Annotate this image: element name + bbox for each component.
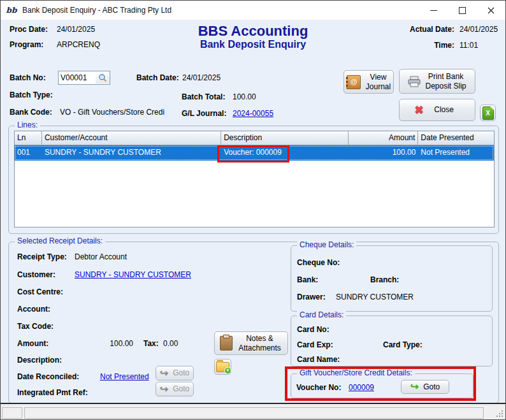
- bank-code-label: Bank Code:: [10, 108, 52, 117]
- receipt-type-label: Receipt Type:: [17, 252, 67, 261]
- cell-amount: 100.00: [349, 145, 419, 161]
- col-date-presented[interactable]: Date Presented: [418, 131, 494, 145]
- receipt-group-label: Selected Receipt Details:: [15, 236, 105, 245]
- cell-date-presented: Not Presented: [418, 145, 494, 161]
- close-window-button[interactable]: [477, 1, 505, 20]
- time-value: 11:01: [459, 41, 478, 50]
- journal-icon: @: [346, 75, 361, 89]
- cheque-no-label: Cheque No:: [297, 258, 340, 267]
- batch-date-label: Batch Date:: [136, 73, 179, 82]
- cost-centre-label: Cost Centre:: [17, 287, 63, 296]
- close-icon: [488, 7, 495, 14]
- view-journal-button[interactable]: @ View Journal: [343, 70, 394, 94]
- goto-reconciled-button[interactable]: ↪ Goto: [155, 366, 194, 380]
- drawer-value: SUNDRY CUSTOMER: [336, 293, 414, 301]
- minimize-icon: [430, 10, 437, 11]
- folder-add-icon: +: [216, 362, 229, 372]
- notes-attachments-button[interactable]: Notes & Attachments: [214, 331, 288, 355]
- maximize-icon: [459, 7, 466, 14]
- date-reconciled-link[interactable]: Not Presented: [100, 372, 149, 381]
- account-label: Account:: [17, 305, 50, 314]
- goto-arrow-icon: ↪: [160, 368, 168, 379]
- lines-group-label: Lines:: [15, 120, 40, 129]
- batch-type-label: Batch Type:: [10, 91, 53, 99]
- app-logo-icon: bb: [6, 4, 17, 16]
- batch-no-input[interactable]: [59, 73, 96, 83]
- notes-icon: [220, 336, 233, 351]
- app-window: bb Bank Deposit Enquiry - ABC Trading Pt…: [0, 0, 506, 420]
- batch-no-label: Batch No:: [10, 73, 46, 82]
- status-cell-main: [24, 407, 484, 419]
- status-cell-left: [2, 407, 22, 419]
- col-customer-account[interactable]: Customer/Account: [42, 131, 221, 145]
- status-bar: [1, 403, 505, 419]
- branch-label: Branch:: [370, 275, 399, 284]
- time-label: Time:: [391, 41, 454, 50]
- print-bank-deposit-slip-button[interactable]: Print Bank Deposit Slip: [399, 69, 475, 94]
- customer-link[interactable]: SUNDRY - SUNDRY CUSTOMER: [75, 270, 191, 279]
- description-label: Description:: [17, 356, 62, 365]
- goto-arrow-icon: ↪: [160, 384, 168, 395]
- card-exp-label: Card Exp:: [297, 340, 333, 349]
- annotation-box-description: [217, 145, 289, 163]
- col-amount[interactable]: Amount: [349, 131, 419, 145]
- customer-label: Customer:: [17, 270, 55, 279]
- integrated-pmt-ref-label: Integrated Pmt Ref:: [17, 388, 88, 397]
- card-name-label: Card Name:: [297, 355, 340, 364]
- cheque-group-label: Cheque Details:: [297, 240, 356, 249]
- export-excel-button[interactable]: X: [480, 105, 496, 121]
- batch-no-field-group: [58, 71, 110, 85]
- receipt-type-value: Debtor Account: [75, 252, 127, 261]
- amount-value: 100.00: [96, 339, 133, 348]
- lines-groupbox: Lines: Ln Customer/Account Description A…: [8, 126, 499, 234]
- lines-table-header: Ln Customer/Account Description Amount D…: [15, 131, 494, 145]
- gl-journal-link[interactable]: 2024-00055: [233, 109, 273, 118]
- actual-date-value: 24/01/2025: [459, 25, 498, 34]
- close-button[interactable]: ✖ Close: [399, 99, 475, 121]
- tax-value: 0.00: [163, 339, 178, 348]
- tax-label: Tax:: [143, 339, 159, 348]
- batch-total-value: 100.00: [233, 92, 256, 101]
- batch-no-lookup-button[interactable]: [96, 72, 110, 83]
- drawer-label: Drawer:: [297, 293, 326, 301]
- amount-label: Amount:: [17, 339, 48, 348]
- annotation-box-gift-voucher: [285, 366, 476, 401]
- bank-code-value: VO - Gift Vouchers/Store Credi: [60, 108, 164, 117]
- bank-label: Bank:: [297, 275, 318, 284]
- minimize-button[interactable]: [419, 1, 448, 20]
- card-type-label: Card Type:: [383, 340, 423, 349]
- add-attachment-button[interactable]: +: [214, 359, 231, 375]
- date-reconciled-label: Date Reconciled:: [17, 372, 79, 381]
- actual-date-label: Actual Date:: [391, 25, 454, 34]
- col-description[interactable]: Description: [221, 131, 348, 145]
- card-group-label: Card Details:: [297, 310, 346, 319]
- tax-code-label: Tax Code:: [17, 322, 54, 331]
- maximize-button[interactable]: [448, 1, 477, 20]
- close-red-icon: ✖: [414, 105, 423, 115]
- card-no-label: Card No:: [297, 325, 329, 334]
- cell-ln: 001: [15, 145, 42, 161]
- resize-grip[interactable]: [496, 410, 503, 417]
- batch-total-label: Batch Total:: [182, 92, 225, 101]
- goto-integrated-pmt-button[interactable]: ↪ Goto: [155, 382, 194, 396]
- batch-date-value: 24/01/2025: [182, 73, 220, 82]
- col-ln[interactable]: Ln: [15, 131, 42, 145]
- excel-icon: X: [482, 106, 494, 120]
- gl-journal-label: G/L Journal:: [182, 109, 226, 118]
- window-title: Bank Deposit Enquiry - ABC Trading Pty L…: [22, 6, 171, 15]
- title-bar: bb Bank Deposit Enquiry - ABC Trading Pt…: [1, 1, 505, 20]
- printer-icon: [408, 76, 421, 87]
- cell-customer: SUNDRY - SUNDRY CUSTOMER: [42, 145, 221, 161]
- search-icon: [98, 73, 107, 82]
